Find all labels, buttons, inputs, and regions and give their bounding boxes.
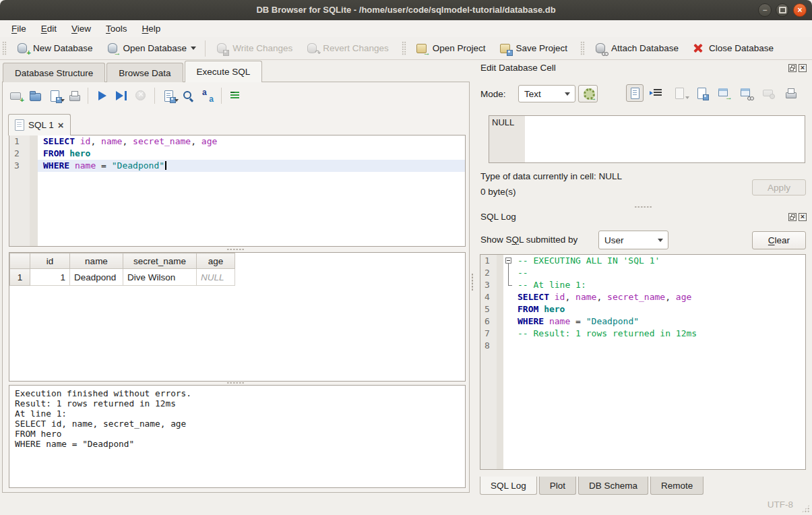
sql-editor[interactable]: 1SELECT id, name, secret_name, age2FROM … [9, 135, 466, 247]
find-icon [181, 88, 195, 103]
code-line[interactable]: 7-- Result: 1 rows returned in 12ms [480, 328, 805, 340]
corner-header[interactable] [10, 253, 30, 269]
fold-column [503, 340, 514, 352]
open-external-icon: → [716, 86, 731, 100]
maximize-button[interactable] [776, 3, 789, 17]
row-header[interactable]: 1 [10, 269, 30, 286]
log-filter-select[interactable]: User [598, 231, 668, 249]
menu-help[interactable]: Help [135, 20, 168, 37]
cell-value-editor[interactable]: NULL [489, 115, 805, 163]
results-message-splitter[interactable] [226, 382, 244, 384]
copy-link-button[interactable] [737, 84, 755, 102]
print-cell-button[interactable] [782, 84, 799, 102]
new-sql-tab-button[interactable]: + [7, 87, 24, 104]
table-cell[interactable]: NULL [197, 269, 235, 286]
code-line[interactable]: 1-- EXECUTING ALL IN 'SQL 1' [480, 255, 805, 267]
toolbar-grip[interactable] [580, 41, 585, 56]
titlebar[interactable]: DB Browser for SQLite - /home/user/code/… [0, 0, 812, 20]
export-results-button[interactable] [160, 87, 177, 104]
change-marker [30, 148, 38, 160]
menu-edit[interactable]: Edit [34, 20, 64, 37]
tab-sql-log[interactable]: SQL Log [480, 477, 537, 495]
tab-execute-sql[interactable]: Execute SQL [185, 61, 263, 82]
auto-apply-button[interactable]: → [578, 85, 598, 102]
find-button[interactable] [179, 87, 197, 104]
table-cell[interactable]: Deadpond [70, 269, 123, 286]
toolbar-separator [88, 88, 88, 104]
tab-database-structure[interactable]: Database Structure [3, 63, 105, 82]
menu-tools[interactable]: Tools [98, 20, 135, 37]
close-tab-icon[interactable]: × [58, 120, 64, 130]
message-line: WHERE name = "Deadpond" [15, 439, 460, 449]
resize-grip[interactable] [801, 504, 810, 513]
code-line[interactable]: 3-- At line 1: [480, 279, 805, 291]
vertical-splitter-handle[interactable] [471, 273, 474, 291]
message-line: FROM hero [15, 429, 460, 439]
code-line[interactable]: 2FROM hero [9, 148, 465, 160]
main-tab-bar: Database Structure Browse Data Execute S… [3, 61, 263, 82]
format-sql-button[interactable] [226, 87, 244, 104]
text-mode-button[interactable] [626, 84, 644, 102]
sql-log-view[interactable]: 1-- EXECUTING ALL IN 'SQL 1'2--3-- At li… [480, 254, 806, 470]
menu-file[interactable]: File [4, 20, 34, 37]
open-sql-file-button[interactable] [26, 87, 44, 104]
close-database-button[interactable]: Close Database [685, 39, 780, 58]
sql-editor-tab[interactable]: SQL 1 × [8, 114, 71, 135]
editor-results-splitter[interactable] [226, 248, 244, 251]
minimize-button[interactable]: − [758, 3, 772, 17]
close-panel-icon[interactable] [799, 213, 807, 221]
export-button[interactable] [693, 84, 710, 102]
vertical-splitter[interactable] [470, 82, 475, 493]
attach-database-button[interactable]: Attach Database [587, 39, 685, 58]
open-external-button[interactable]: → [715, 84, 732, 102]
table-cell[interactable]: 1 [30, 269, 70, 286]
tab-browse-data[interactable]: Browse Data [106, 63, 183, 82]
replace-button[interactable] [199, 87, 216, 104]
column-header[interactable]: name [70, 253, 123, 269]
print-button[interactable] [65, 87, 83, 104]
open-project-button[interactable]: → Open Project [408, 39, 492, 58]
toolbar-grip[interactable] [2, 41, 7, 56]
code-line[interactable]: 6WHERE name = "Deadpond" [480, 315, 805, 328]
dock-splitter[interactable] [634, 206, 652, 208]
save-sql-file-button[interactable] [46, 87, 63, 104]
column-header[interactable]: age [197, 253, 235, 269]
clear-log-button[interactable]: Clear [752, 231, 806, 249]
new-database-button[interactable]: + New Database [9, 39, 99, 58]
line-number: 2 [9, 148, 30, 160]
code-line[interactable]: 5FROM hero [480, 303, 805, 315]
execute-all-button[interactable] [93, 87, 111, 104]
table-row[interactable]: 11DeadpondDive WilsonNULL [10, 269, 235, 286]
save-project-button[interactable]: Save Project [492, 39, 574, 58]
change-marker [497, 315, 503, 328]
code-line[interactable]: 2-- [480, 267, 805, 279]
tab-remote[interactable]: Remote [650, 477, 704, 495]
menu-view[interactable]: View [64, 20, 98, 37]
float-panel-icon[interactable] [788, 64, 797, 72]
table-cell[interactable]: Dive Wilson [123, 269, 197, 286]
float-panel-icon[interactable] [788, 213, 797, 221]
fold-column[interactable] [503, 255, 514, 267]
close-button[interactable]: × [793, 3, 807, 17]
execute-all-icon [94, 88, 109, 103]
tab-plot[interactable]: Plot [539, 477, 576, 495]
fold-column [503, 315, 514, 328]
fold-minus-icon[interactable] [505, 258, 511, 264]
stop-icon [133, 88, 148, 103]
code-line[interactable]: 8 [480, 340, 805, 352]
code-line[interactable]: 4SELECT id, name, secret_name, age [480, 291, 805, 303]
mode-select[interactable]: Text [518, 85, 575, 102]
window-title: DB Browser for SQLite - /home/user/code/… [0, 0, 812, 20]
log-filter-label: Show SQL submitted by [480, 235, 577, 245]
open-database-button[interactable]: → Open Database [99, 39, 203, 58]
column-header[interactable]: secret_name [123, 253, 197, 269]
toolbar-grip[interactable] [402, 41, 406, 56]
word-wrap-button[interactable] [648, 84, 666, 102]
column-header[interactable]: id [30, 253, 70, 269]
close-panel-icon[interactable] [799, 64, 807, 72]
code-line[interactable]: 1SELECT id, name, secret_name, age [9, 135, 465, 148]
code-line[interactable]: 3WHERE name = "Deadpond" [9, 160, 465, 172]
execute-current-line-button[interactable] [113, 87, 130, 104]
tab-db-schema[interactable]: DB Schema [578, 477, 648, 495]
open-database-dropdown-icon[interactable] [191, 47, 196, 50]
